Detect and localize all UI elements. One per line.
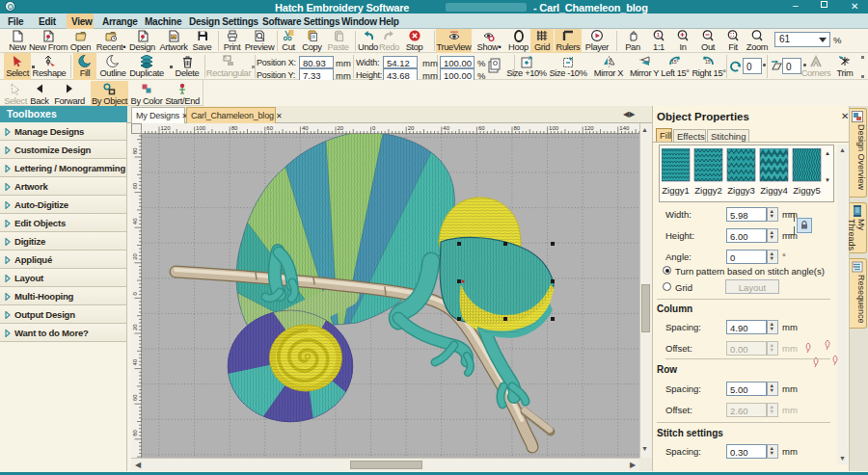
svg-text:80: 80	[514, 125, 521, 131]
svg-text:60: 60	[478, 125, 485, 131]
svg-text:20: 20	[338, 125, 344, 131]
svg-text:60: 60	[132, 394, 138, 401]
svg-text:40: 40	[132, 358, 138, 365]
svg-text:40: 40	[132, 218, 138, 224]
svg-text:60: 60	[266, 125, 273, 131]
svg-text:80: 80	[132, 429, 138, 435]
svg-text:20: 20	[132, 324, 138, 330]
svg-text:15°: 15°	[671, 59, 679, 65]
svg-text:20: 20	[132, 252, 138, 259]
svg-text:40: 40	[302, 125, 309, 131]
svg-text:100: 100	[196, 125, 206, 131]
svg-text:40: 40	[443, 125, 449, 131]
svg-text:140: 140	[619, 125, 630, 131]
svg-text:20: 20	[408, 125, 415, 131]
svg-text:120: 120	[161, 125, 172, 131]
svg-text:15°: 15°	[705, 59, 713, 65]
svg-text:80: 80	[132, 147, 138, 154]
svg-text:120: 120	[584, 125, 595, 131]
svg-text:60: 60	[132, 182, 138, 189]
svg-text:80: 80	[231, 125, 238, 131]
svg-text:100: 100	[549, 125, 559, 131]
